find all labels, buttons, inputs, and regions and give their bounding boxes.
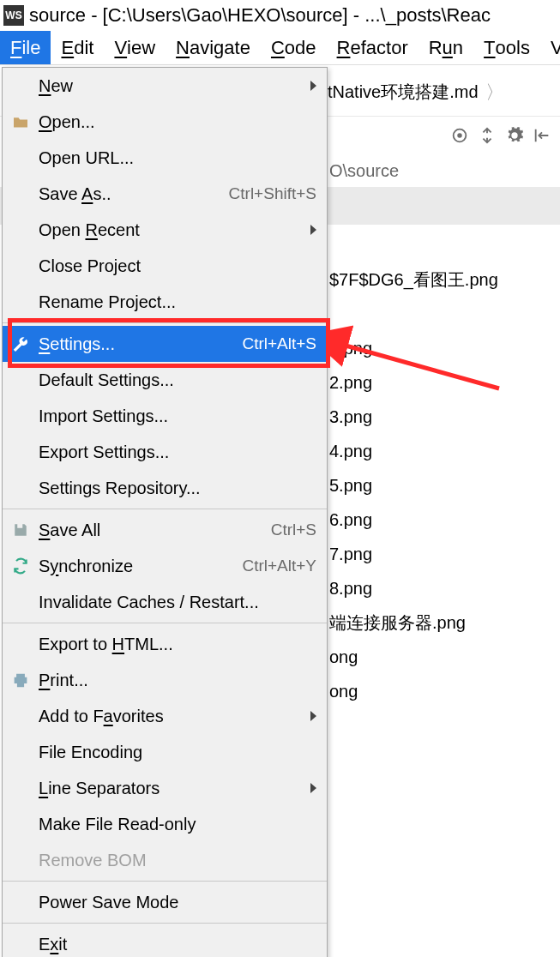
menu-item-label: Line Separators [39,779,304,798]
menu-separator [3,509,327,509]
menu-item-save-as[interactable]: Save As..Ctrl+Shift+S [3,176,327,212]
menu-item-label: Rename Project... [39,292,316,312]
menu-separator [3,923,327,924]
menu-item-label: Import Settings... [39,406,316,426]
menu-edit[interactable]: Edit [51,31,104,64]
menu-item-open[interactable]: Open... [3,104,327,140]
menu-v[interactable]: V [540,31,560,64]
menu-refactor[interactable]: Refactor [327,31,418,64]
menu-item-label: Settings... [39,334,235,354]
menu-item-label: Power Save Mode [39,893,316,912]
menu-item-label: Exit [39,935,316,954]
menu-item-label: Open URL... [39,148,316,168]
menu-item-export-settings[interactable]: Export Settings... [3,434,327,470]
chevron-right-icon [310,81,316,91]
menu-item-label: Export to HTML... [39,635,316,654]
menu-tools[interactable]: Tools [473,31,540,64]
menu-item-shortcut: Ctrl+Alt+Y [242,557,316,575]
menu-navigate[interactable]: Navigate [166,31,261,64]
menu-item-label: Remove BOM [39,851,316,870]
sync-icon [11,557,30,575]
app-icon: WS [3,5,24,26]
menu-file[interactable]: File [0,31,51,64]
menu-separator [3,881,327,882]
menu-item-line-separators[interactable]: Line Separators [3,770,327,806]
collapse-icon[interactable] [478,126,497,145]
menu-item-open-recent[interactable]: Open Recent [3,212,327,248]
menu-item-import-settings[interactable]: Import Settings... [3,398,327,434]
menu-item-export-to-html[interactable]: Export to HTML... [3,626,327,662]
menu-item-shortcut: Ctrl+Shift+S [229,184,316,203]
menu-item-open-url[interactable]: Open URL... [3,140,327,176]
menu-item-label: File Encoding [39,743,316,762]
menu-item-shortcut: Ctrl+S [271,521,316,539]
menu-bar: File Edit View Navigate Code Refactor Ru… [0,31,560,65]
menu-view[interactable]: View [104,31,166,64]
menu-item-new[interactable]: New [3,68,327,104]
menu-item-close-project[interactable]: Close Project [3,248,327,284]
save-icon [11,521,30,539]
menu-item-settings[interactable]: Settings...Ctrl+Alt+S [3,326,327,362]
menu-item-label: Settings Repository... [39,478,316,498]
menu-item-label: Export Settings... [39,442,316,462]
menu-item-label: Synchronize [39,557,235,576]
menu-item-label: Open Recent [39,220,304,240]
menu-item-make-file-read-only[interactable]: Make File Read-only [3,806,327,842]
hide-icon[interactable] [533,126,551,145]
path-text: O\source [329,161,399,181]
gear-icon[interactable] [505,126,524,145]
chevron-right-icon: 〉 [485,80,504,105]
menu-item-exit[interactable]: Exit [3,926,327,957]
menu-item-power-save-mode[interactable]: Power Save Mode [3,884,327,920]
chevron-right-icon [310,783,316,793]
menu-item-label: New [39,76,304,96]
menu-item-print[interactable]: Print... [3,662,327,698]
chevron-right-icon [310,225,316,235]
menu-item-label: Invalidate Caches / Restart... [39,593,316,612]
menu-code[interactable]: Code [261,31,327,64]
menu-item-label: Save As.. [39,184,222,204]
menu-item-invalidate-caches-restart[interactable]: Invalidate Caches / Restart... [3,584,327,620]
menu-item-default-settings[interactable]: Default Settings... [3,362,327,398]
menu-separator [3,623,327,623]
menu-item-label: Print... [39,671,316,690]
folder-icon [11,112,30,131]
print-icon [11,671,30,689]
svg-point-1 [458,134,461,137]
menu-item-save-all[interactable]: Save AllCtrl+S [3,512,327,548]
menu-item-add-to-favorites[interactable]: Add to Favorites [3,698,327,734]
menu-item-synchronize[interactable]: SynchronizeCtrl+Alt+Y [3,548,327,584]
menu-item-label: Add to Favorites [39,707,304,726]
wrench-icon [11,334,30,353]
menu-item-label: Default Settings... [39,370,316,390]
file-dropdown: NewOpen...Open URL...Save As..Ctrl+Shift… [2,67,328,957]
target-icon[interactable] [450,126,469,145]
menu-separator [3,322,327,323]
menu-item-label: Close Project [39,256,316,276]
title-bar: WS source - [C:\Users\Gao\HEXO\source] -… [0,0,560,31]
menu-item-shortcut: Ctrl+Alt+S [242,334,316,353]
menu-item-settings-repository[interactable]: Settings Repository... [3,470,327,506]
menu-run[interactable]: Run [418,31,473,64]
menu-item-remove-bom: Remove BOM [3,842,327,878]
chevron-right-icon [310,711,316,721]
breadcrumb-file[interactable]: tNative环境搭建.md [328,81,479,104]
menu-item-file-encoding[interactable]: File Encoding [3,734,327,770]
menu-item-label: Make File Read-only [39,815,316,834]
menu-item-label: Open... [39,112,316,132]
menu-item-label: Save All [39,521,264,540]
menu-item-rename-project[interactable]: Rename Project... [3,284,327,320]
window-title: source - [C:\Users\Gao\HEXO\source] - ..… [29,4,491,27]
